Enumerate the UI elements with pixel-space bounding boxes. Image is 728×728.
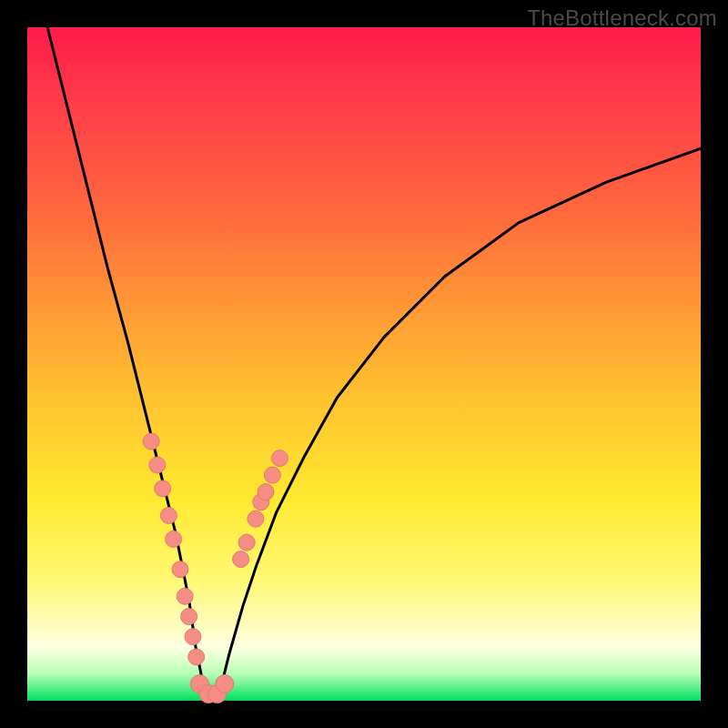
- svg-point-8: [185, 629, 201, 645]
- svg-point-11: [238, 534, 255, 551]
- svg-point-5: [172, 561, 188, 578]
- svg-point-9: [188, 649, 205, 665]
- svg-point-12: [248, 511, 264, 527]
- svg-point-14: [258, 484, 274, 500]
- svg-point-3: [160, 508, 177, 524]
- outer-frame: TheBottleneck.com: [0, 0, 728, 728]
- plot-area: [27, 27, 701, 701]
- watermark-text: TheBottleneck.com: [527, 5, 717, 31]
- svg-point-6: [177, 588, 193, 604]
- svg-point-4: [166, 531, 182, 547]
- svg-point-0: [143, 433, 159, 450]
- svg-point-10: [233, 551, 249, 568]
- chart-svg: [27, 27, 701, 701]
- svg-point-7: [181, 609, 197, 625]
- bottleneck-curve: [47, 27, 701, 697]
- bottom-markers: [190, 675, 233, 703]
- svg-point-1: [149, 457, 166, 473]
- right-branch-markers: [233, 450, 288, 568]
- left-branch-markers: [143, 433, 205, 665]
- svg-point-16: [272, 450, 288, 467]
- svg-point-15: [264, 467, 280, 483]
- svg-point-20: [216, 675, 234, 693]
- svg-point-2: [155, 480, 171, 497]
